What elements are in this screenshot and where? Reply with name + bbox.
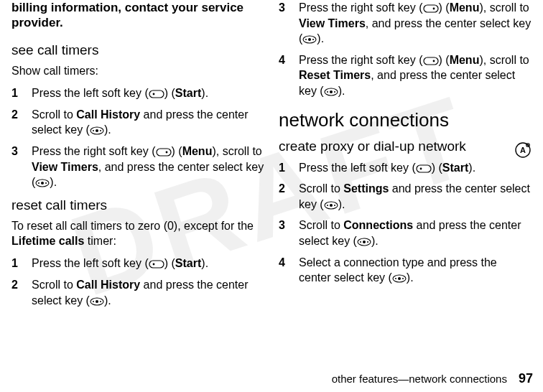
svg-rect-35 xyxy=(417,165,431,172)
step-number: 1 xyxy=(11,256,32,271)
svg-point-29 xyxy=(334,91,335,93)
step-number: 3 xyxy=(279,0,299,47)
svg-point-4 xyxy=(93,130,94,131)
footer-text: other features—network connections xyxy=(332,373,507,385)
key-label: Start xyxy=(442,162,468,174)
text: ) ( xyxy=(439,1,450,14)
key-label: Start xyxy=(175,257,201,269)
center-select-key-icon xyxy=(324,201,338,210)
svg-point-48 xyxy=(402,278,404,279)
center-select-key-icon xyxy=(357,238,371,246)
text: ), scroll to xyxy=(212,145,261,157)
center-select-key-icon xyxy=(392,274,407,283)
text: ). xyxy=(407,271,414,284)
text: Press the right soft key ( xyxy=(32,145,156,157)
center-select-key-icon xyxy=(35,179,50,187)
text: ). xyxy=(338,85,345,97)
svg-rect-24 xyxy=(424,57,438,65)
text: ) ( xyxy=(164,257,175,269)
intro-text: billing information, contact your servic… xyxy=(11,0,264,31)
svg-text:A: A xyxy=(520,146,526,154)
text: ), scroll to xyxy=(479,1,529,14)
svg-point-47 xyxy=(395,278,396,279)
step-text: Press the right soft key () (Menu), scro… xyxy=(299,0,532,47)
step-number: 3 xyxy=(279,218,299,248)
svg-rect-6 xyxy=(157,149,171,156)
heading-proxy-dialup: create proxy or dial-up network xyxy=(279,139,532,154)
bold-label: Call History xyxy=(76,279,140,291)
step-number: 1 xyxy=(279,160,299,176)
bold-label: Settings xyxy=(343,182,389,195)
text: ), scroll to xyxy=(479,54,529,66)
step-text: Press the left soft key () (Start). xyxy=(299,160,532,176)
list-item: 3 Press the right soft key () (Menu), sc… xyxy=(279,0,532,47)
left-soft-key-icon xyxy=(149,90,164,98)
text: To reset all call timers to zero (0), ex… xyxy=(11,220,254,232)
list-item: 4 Select a connection type and press the… xyxy=(279,255,532,286)
svg-point-15 xyxy=(96,300,98,303)
step-number: 2 xyxy=(11,277,32,308)
text: ) ( xyxy=(432,162,442,174)
svg-point-19 xyxy=(432,8,435,10)
step-text: Press the right soft key () (Menu), scro… xyxy=(32,144,264,190)
page-content: billing information, contact your servic… xyxy=(0,0,543,363)
step-number: 2 xyxy=(279,181,299,212)
svg-point-21 xyxy=(308,38,311,41)
text: Press the left soft key ( xyxy=(32,87,149,99)
svg-point-39 xyxy=(327,205,328,206)
list-item: 3 Press the right soft key () (Menu), sc… xyxy=(11,144,264,190)
step-text: Press the right soft key () (Menu), scro… xyxy=(299,52,532,99)
text: ). xyxy=(50,176,57,188)
list-item: 2 Scroll to Call History and press the c… xyxy=(11,277,264,308)
svg-rect-12 xyxy=(149,261,164,268)
text: ). xyxy=(104,123,111,136)
svg-point-7 xyxy=(165,151,167,154)
center-select-key-icon xyxy=(302,35,317,44)
svg-point-5 xyxy=(100,130,101,131)
step-text: Select a connection type and press the c… xyxy=(299,255,532,286)
body-show-timers: Show call timers: xyxy=(11,64,264,79)
list-item: 2 Scroll to Call History and press the c… xyxy=(11,107,264,138)
svg-point-3 xyxy=(96,129,98,132)
right-soft-key-icon xyxy=(423,57,439,65)
step-number: 3 xyxy=(11,144,32,190)
svg-rect-18 xyxy=(424,5,438,12)
bold-label: Lifetime calls xyxy=(11,235,84,247)
svg-point-46 xyxy=(398,277,401,280)
page-footer: other features—network connections 97 xyxy=(332,371,533,386)
step-number: 1 xyxy=(11,85,32,101)
key-label: Menu xyxy=(450,54,480,66)
svg-point-10 xyxy=(38,182,40,184)
text: ). xyxy=(468,162,475,174)
heading-reset-call-timers: reset call timers xyxy=(11,197,264,213)
right-soft-key-icon xyxy=(156,148,172,157)
svg-point-17 xyxy=(100,301,101,302)
right-soft-key-icon xyxy=(423,4,439,13)
step-number: 2 xyxy=(11,107,32,138)
heading-network-connections: network connections xyxy=(279,109,532,131)
text: Scroll to xyxy=(299,219,343,231)
center-select-key-icon xyxy=(90,297,104,306)
svg-point-23 xyxy=(312,39,314,40)
list-item: 1 Press the left soft key () (Start). xyxy=(11,256,264,271)
key-label: Menu xyxy=(450,1,480,14)
step-number: 4 xyxy=(279,52,299,99)
text: ). xyxy=(338,198,345,210)
svg-rect-0 xyxy=(149,90,164,98)
text: ). xyxy=(104,294,111,307)
svg-point-44 xyxy=(367,241,368,243)
svg-point-25 xyxy=(432,60,435,62)
center-select-key-icon xyxy=(90,126,104,135)
svg-point-40 xyxy=(334,205,335,206)
bold-label: View Timers xyxy=(32,161,98,173)
text: ) ( xyxy=(439,54,450,66)
list-item: 2 Scroll to Settings and press the cente… xyxy=(279,181,532,212)
bold-label: View Timers xyxy=(299,17,366,29)
step-text: Scroll to Call History and press the cen… xyxy=(32,107,264,138)
text: ). xyxy=(371,235,379,247)
svg-point-42 xyxy=(363,241,366,243)
svg-point-36 xyxy=(419,167,422,169)
bold-label: Reset Timers xyxy=(299,69,371,81)
text: ) ( xyxy=(164,87,175,99)
heading-see-call-timers: see call timers xyxy=(11,42,264,58)
